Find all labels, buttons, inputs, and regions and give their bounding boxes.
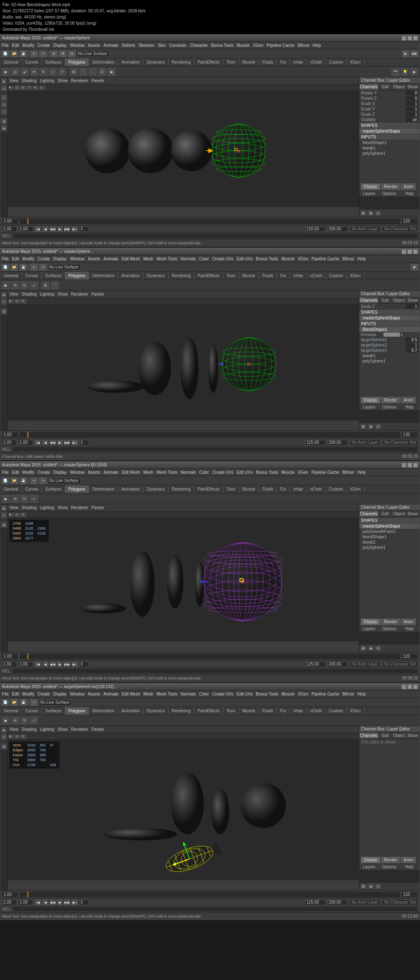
frame-input-4[interactable] [2,900,17,905]
menu-display-4[interactable]: Display [53,692,67,696]
menu-display-1[interactable]: Display [53,43,67,48]
vp-tb-4-1[interactable]: ▶ [9,734,14,739]
mod-dynamics-4[interactable]: Dynamics [144,707,169,715]
mod-surfaces-4[interactable]: Surfaces [42,707,65,715]
menu-normals-4[interactable]: Normals [180,692,196,696]
vp-renderer-3[interactable]: Renderer [71,505,88,510]
menu-help-4[interactable]: Help [357,692,366,696]
cb-dt-display-2[interactable]: Display [361,397,380,403]
menu-assets-4[interactable]: Assets [88,692,100,696]
vp-shading-3[interactable]: Shading [22,505,37,510]
vp-renderer-1[interactable]: Renderer [71,78,88,83]
menu-assets-3[interactable]: Assets [88,470,100,475]
vp-panels-4[interactable]: Panels [91,727,104,732]
mod-rendering-2[interactable]: Rendering [169,272,194,280]
icon-snap-2[interactable]: ⊞ [41,281,50,290]
close-btn-3[interactable]: × [413,463,418,468]
menu-window-4[interactable]: Window [70,692,85,696]
timeline-bar-2[interactable] [19,431,401,438]
vp-panels-2[interactable]: Panels [91,292,104,296]
icon-select-3[interactable]: ▶ [1,494,10,503]
menu-help-1[interactable]: Help [313,43,321,48]
mod-muscle-4[interactable]: Muscle [239,707,259,715]
menu-help-3[interactable]: Help [357,470,366,475]
pb-prev-4[interactable]: ◀ [42,900,48,905]
mod-deformation-3[interactable]: Deformation [89,485,118,493]
cb-tab-show-3[interactable]: Show [406,511,420,517]
mod-rendering-4[interactable]: Rendering [169,707,194,715]
icon-render[interactable]: ▶ [410,67,419,76]
icon-rotate-2[interactable]: ↻ [20,281,29,290]
cb-tab-edit-2[interactable]: Edit [379,297,392,303]
tb-new[interactable]: 📄 [1,50,9,57]
menu-file-1[interactable]: File [2,43,9,48]
mod-muscle-3[interactable]: Muscle [239,485,259,493]
vp-tb-3-1[interactable]: ▶ [9,512,14,517]
cb-input-blendShape1-1[interactable]: blendShape1 [359,140,420,145]
vp-lighting-1[interactable]: Lighting [40,78,54,83]
frame-input2-4[interactable] [18,900,33,905]
tb3-redo[interactable]: ↪ [39,477,47,484]
pb-next-4[interactable]: ▶▶ [64,900,70,905]
cb-layer-options-1[interactable]: Options [379,190,399,197]
menu-bifrost-4[interactable]: Bifrost [342,692,354,696]
menu-edit-3[interactable]: Edit [12,470,19,475]
mod-fluids-3[interactable]: Fluids [259,485,277,493]
menu-window-3[interactable]: Window [70,470,85,475]
cb-tab-show-4[interactable]: Show [406,732,420,739]
mod-rendering-3[interactable]: Rendering [169,485,194,493]
menu-bonus-4[interactable]: Bonus Tools [256,692,278,696]
mod-custom-3[interactable]: Custom [326,485,347,493]
icon-scale-3[interactable]: ⤢ [30,494,39,503]
tb-redo[interactable]: ↪ [39,50,47,57]
menu-display-3[interactable]: Display [53,470,67,475]
cb-tab-edit-3[interactable]: Edit [379,511,392,517]
icon-select-4[interactable]: ▶ [1,716,10,725]
mod-nhair-1[interactable]: nHair [290,58,307,66]
frame-step-3[interactable] [79,661,89,667]
pb-play-1[interactable]: ▶ [57,226,63,232]
vp-tb-3-3[interactable]: ⊞ [21,512,27,517]
vp-tb-2-3[interactable]: ⊞ [21,299,27,304]
cb-layer-help-4[interactable]: Help [399,864,420,870]
menu-window-1[interactable]: Window [70,43,85,48]
menu-edit-4[interactable]: Edit [12,692,19,696]
mod-xgen-4[interactable]: XGen [347,707,364,715]
mel-input-3[interactable] [12,668,418,674]
mod-toon-1[interactable]: Toon [223,58,239,66]
icon-scale-2[interactable]: ⤢ [30,281,39,290]
tool-move-1[interactable]: ✛ [1,94,7,101]
tool-sculpt-2[interactable]: ◑ [1,308,7,314]
cb-dt-anim-2[interactable]: Anim [401,397,416,403]
timeline-end-3[interactable]: 120 [402,654,418,659]
pb-next-2[interactable]: ▶▶ [64,440,70,445]
range-start-2[interactable] [305,440,326,445]
cb-dt-render-1[interactable]: Render [381,184,400,190]
frame-input2-1[interactable] [18,226,33,232]
cb-dt-display-3[interactable]: Display [361,619,380,625]
range-end-2[interactable] [327,440,348,445]
timeline-end-1[interactable]: 120 [402,218,418,224]
tool-move-2[interactable]: ✛ [1,298,7,305]
vp-tb4[interactable]: ☐ [27,85,33,90]
menu-assets-2[interactable]: Assets [88,257,100,261]
pb-play-4[interactable]: ▶ [57,900,63,905]
mod-curves-3[interactable]: Curves [22,485,42,493]
menu-skeleton-1[interactable]: Skeleton [139,43,155,48]
range-start-4[interactable] [305,900,326,905]
mod-toon-3[interactable]: Toon [223,485,239,493]
tb4-new[interactable]: 📄 [1,699,9,706]
timeline-bar-1[interactable] [19,218,401,225]
menu-mesh-4[interactable]: Mesh [143,692,153,696]
pb-play-back-1[interactable]: ◀◀ [50,226,55,232]
tb-save[interactable]: 💾 [19,50,27,57]
tool-sculpt-4[interactable]: ◑ [1,743,7,750]
pb-play-2[interactable]: ▶ [57,440,63,445]
menu-color-4[interactable]: Color [199,692,209,696]
mod-surfaces-1[interactable]: Surfaces [42,58,65,66]
tb4-undo[interactable]: ↩ [30,699,38,706]
menu-animate-3[interactable]: Animate [103,470,119,475]
live-surface-input-4[interactable] [39,699,72,706]
tb3-save[interactable]: 💾 [19,477,27,484]
pb-next-1[interactable]: ▶▶ [64,226,70,232]
